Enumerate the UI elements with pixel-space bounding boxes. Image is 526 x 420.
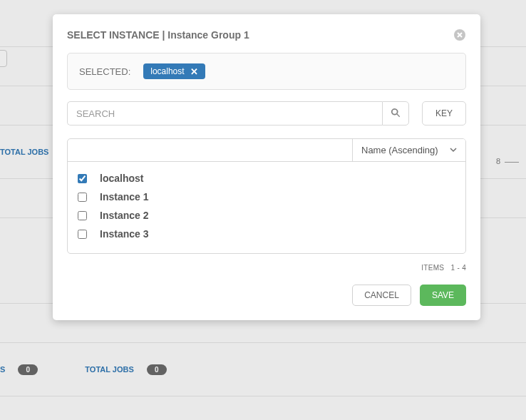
save-button[interactable]: SAVE bbox=[420, 285, 466, 306]
modal-footer: CANCEL SAVE bbox=[67, 285, 466, 306]
pager: ITEMS 1 - 4 bbox=[67, 264, 466, 272]
instance-label: Instance 2 bbox=[100, 210, 148, 221]
list-item[interactable]: Instance 2 bbox=[78, 206, 455, 225]
instance-label: Instance 1 bbox=[100, 191, 148, 203]
search-icon bbox=[391, 108, 401, 120]
selected-label: SELECTED: bbox=[79, 66, 130, 77]
cancel-button[interactable]: CANCEL bbox=[352, 285, 411, 306]
list-item[interactable]: localhost bbox=[78, 169, 455, 188]
instance-checkbox[interactable] bbox=[78, 230, 87, 239]
instance-label: localhost bbox=[100, 173, 143, 184]
search-group bbox=[67, 101, 409, 126]
list-item[interactable]: Instance 3 bbox=[78, 225, 455, 243]
selected-chip: localhost ✕ bbox=[143, 63, 205, 79]
modal-title: SELECT INSTANCE | Instance Group 1 bbox=[67, 29, 249, 41]
list-body: localhostInstance 1Instance 2Instance 3 bbox=[68, 162, 465, 253]
list-item[interactable]: Instance 1 bbox=[78, 188, 455, 206]
sort-dropdown[interactable]: Name (Ascending) bbox=[353, 139, 465, 162]
close-icon[interactable] bbox=[453, 29, 466, 41]
modal-header: SELECT INSTANCE | Instance Group 1 bbox=[67, 29, 466, 41]
list-header-spacer bbox=[68, 139, 353, 162]
chevron-down-icon bbox=[450, 145, 457, 155]
search-input[interactable] bbox=[67, 101, 382, 126]
sort-label: Name (Ascending) bbox=[361, 145, 438, 155]
pager-label: ITEMS bbox=[421, 264, 444, 272]
list-header: Name (Ascending) bbox=[68, 139, 465, 162]
selected-box: SELECTED: localhost ✕ bbox=[67, 53, 466, 90]
chip-label: localhost bbox=[150, 66, 184, 76]
search-button[interactable] bbox=[382, 101, 409, 126]
pager-range: 1 - 4 bbox=[450, 264, 466, 272]
search-row: KEY bbox=[67, 101, 466, 126]
instance-checkbox[interactable] bbox=[78, 211, 87, 220]
instance-list: Name (Ascending) localhostInstance 1Inst… bbox=[67, 138, 466, 254]
instance-label: Instance 3 bbox=[100, 228, 148, 240]
select-instance-modal: SELECT INSTANCE | Instance Group 1 SELEC… bbox=[53, 14, 480, 320]
key-button[interactable]: KEY bbox=[422, 101, 466, 126]
instance-checkbox[interactable] bbox=[78, 174, 87, 183]
chip-remove-icon[interactable]: ✕ bbox=[190, 67, 198, 76]
instance-checkbox[interactable] bbox=[78, 193, 87, 202]
